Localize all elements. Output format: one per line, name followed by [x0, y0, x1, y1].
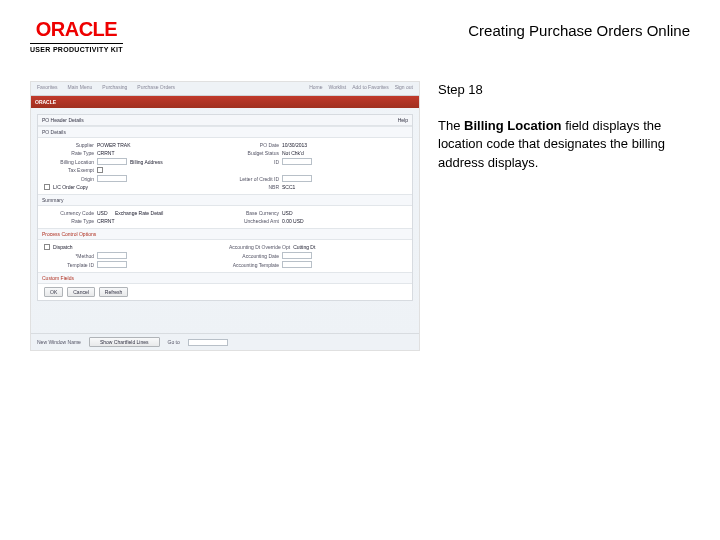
bc-item: Purchasing — [102, 84, 127, 93]
toplink: Sign out — [395, 84, 413, 93]
page-title: Creating Purchase Orders Online — [468, 18, 690, 39]
panel-title: PO Header Details — [42, 117, 84, 123]
summary-heading: Summary — [38, 194, 412, 206]
cancel-button: Cancel — [67, 287, 95, 297]
bc-item: Main Menu — [68, 84, 93, 93]
checkbox-icon — [97, 167, 103, 173]
custom-heading: Custom Fields — [38, 272, 412, 284]
po-details-heading: PO Details — [38, 126, 412, 138]
step-label: Step 18 — [438, 81, 690, 99]
toplink: Home — [309, 84, 322, 93]
app-screenshot: Favorites Main Menu Purchasing Purchase … — [30, 81, 420, 351]
help-link: Help — [398, 117, 408, 123]
oracle-logo: ORACLE USER PRODUCTIVITY KIT — [30, 18, 123, 53]
toplink: Add to Favorites — [352, 84, 388, 93]
logo-divider — [30, 43, 123, 44]
checkbox-icon — [44, 244, 50, 250]
logo-main-text: ORACLE — [36, 18, 117, 41]
step-instruction: The Billing Location field displays the … — [438, 117, 690, 172]
process-heading: Process Control Options — [38, 228, 412, 240]
toplink: Worklist — [329, 84, 347, 93]
logo-sub-text: USER PRODUCTIVITY KIT — [30, 46, 123, 53]
checkbox-icon — [44, 184, 50, 190]
bc-item: Purchase Orders — [137, 84, 175, 93]
refresh-button: Refresh — [99, 287, 129, 297]
brand-bar: ORACLE — [31, 96, 419, 108]
ok-button: OK — [44, 287, 63, 297]
text-before: The — [438, 118, 464, 133]
text-bold: Billing Location — [464, 118, 562, 133]
bc-item: Favorites — [37, 84, 58, 93]
breadcrumb: Favorites Main Menu Purchasing Purchase … — [31, 82, 419, 96]
billing-location-input — [97, 158, 127, 165]
